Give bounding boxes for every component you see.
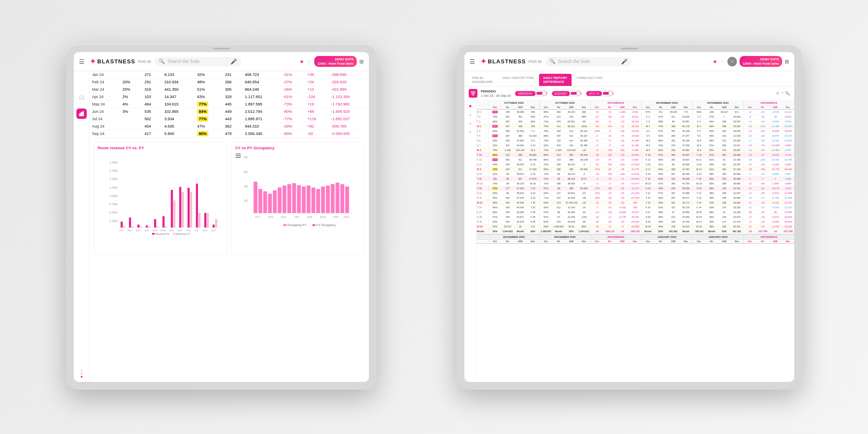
- svg-text:40: 40: [244, 184, 248, 188]
- svg-rect-90: [326, 186, 330, 213]
- right-sidebar: [464, 101, 477, 379]
- nov-2022-header: NOVEMBER 2022: [693, 101, 744, 105]
- svg-text:SEP: SEP: [211, 229, 216, 232]
- toggle-occ[interactable]: OCC %: [586, 91, 602, 96]
- tab-daily-report-pms[interactable]: DAILY REPORT PMS: [498, 74, 538, 86]
- col-headers: Occ Rn ADR Rev Occ Rn ADR Rev Occ: [477, 105, 794, 110]
- search-bar-left[interactable]: 🔍 Search the Suite 🎤: [155, 57, 241, 66]
- filter-sidebar-icon[interactable]: [469, 89, 477, 98]
- svg-text:APR: APR: [333, 215, 339, 218]
- oct-2022-header: OCTOBER 2022: [540, 101, 591, 105]
- occ-toggle[interactable]: OCC %: [585, 90, 614, 97]
- svg-text:DEC: DEC: [136, 229, 141, 232]
- svg-text:CY Occupancy: CY Occupancy: [316, 224, 336, 227]
- star-filled-right[interactable]: ★: [713, 59, 717, 65]
- svg-rect-84: [297, 185, 301, 213]
- oct22-cols: Occ Rn ADR Rev: [540, 105, 591, 109]
- left-main: Jan 24 271 8.133 32% 231 406.723 -31% +3…: [89, 71, 369, 382]
- grid-icon-left[interactable]: ⊞: [359, 59, 364, 65]
- star-outline-right[interactable]: ☆: [720, 59, 725, 65]
- tab-pms-dashboard[interactable]: PMS BIDASHBOARD: [468, 74, 497, 86]
- settings-icon[interactable]: ⚙: [776, 91, 779, 95]
- chart-menu-icon[interactable]: [235, 153, 241, 159]
- weekday-toggle-switch[interactable]: [536, 91, 547, 96]
- search-text-right: Search the Suite: [558, 59, 590, 64]
- occupancy-chart-svg: 80 60 40 20: [235, 153, 361, 240]
- star-filled-left[interactable]: ★: [299, 59, 304, 65]
- revenue-table-container[interactable]: Jan 24 271 8.133 32% 231 406.723 -31% +3…: [89, 71, 369, 138]
- left-logo: ✦ BLASTNESS PMS BI: [90, 57, 151, 66]
- tab-daily-report-diff[interactable]: DAILY REPORTDIFFERENCE: [539, 74, 572, 86]
- table-row: Jan 24 271 8.133 32% 231 406.723 -31% +3…: [89, 71, 369, 79]
- svg-text:60: 60: [244, 170, 248, 174]
- table-row: T 19 72%27747.520T 24 57%-8638950.693 -1…: [477, 186, 794, 191]
- svg-rect-23: [121, 222, 123, 227]
- revenue-table: Jan 24 271 8.133 32% 231 406.723 -31% +3…: [89, 71, 369, 138]
- table-row: S 21 53%9638.615S 22 63%14720.601+57 -27…: [477, 191, 794, 196]
- svg-rect-29: [146, 225, 148, 227]
- svg-rect-1: [80, 80, 83, 81]
- svg-rect-61: [173, 233, 175, 235]
- period-value: 1 Oct 23 - 30 Sep 24: [481, 94, 511, 98]
- svg-text:80: 80: [244, 155, 248, 159]
- right-data-area[interactable]: OCTOBER 2023 OCTOBER 2022 DIFFERENCE NOV…: [477, 101, 794, 379]
- table-row: Apr 24 2% 103 14.347 63% 329 1.117.651 -…: [89, 93, 369, 101]
- svg-text:NOV: NOV: [268, 215, 274, 218]
- svg-rect-40: [190, 192, 192, 227]
- sidebar-filter-icon[interactable]: [76, 76, 87, 86]
- table-row: T 24 56%43040.540T 25 63%41137.149-20 -7…: [477, 205, 794, 210]
- svg-rect-86: [307, 186, 311, 213]
- sidebar-dots: [81, 370, 82, 378]
- toggle-budget[interactable]: BUDGET: [552, 91, 570, 96]
- data-rows-container[interactable]: .dr { display:flex; border-bottom:1px so…: [477, 110, 794, 376]
- svg-rect-109: [472, 95, 474, 95]
- search-icon-toolbar[interactable]: 🔍: [785, 91, 790, 95]
- sidebar-chart-icon[interactable]: [76, 108, 87, 119]
- demo-badge-right: DEMO SUITE 12043 - Hotel Fuxia Sales: [740, 56, 782, 66]
- question-icon[interactable]: ?: [781, 91, 783, 95]
- right-toolbar: ⚙ ? 🔍: [776, 91, 790, 95]
- svg-text:Revenue CY: Revenue CY: [176, 233, 191, 235]
- mic-icon-right[interactable]: 🎤: [621, 59, 628, 65]
- svg-rect-87: [312, 187, 316, 213]
- table-row: W 1 98%267348348 79%41169.101+20% +19-14…: [477, 124, 794, 129]
- budget-toggle-switch[interactable]: [571, 91, 581, 96]
- table-row: S 22 55%40537.976S 23 71%14732.236+26 -2…: [477, 196, 794, 201]
- grid-icon-right[interactable]: ⊞: [785, 59, 789, 65]
- table-row: W 29 52%53.07230115 63%1.569.907W 3096% …: [477, 224, 794, 229]
- svg-text:FEB: FEB: [307, 215, 312, 218]
- svg-text:AUG: AUG: [203, 229, 207, 232]
- search-bar-right[interactable]: 🔍 Search the Suite 🎤: [545, 57, 632, 66]
- page-wrapper: ☰ ✦ BLASTNESS PMS BI 🔍 Search the Suite …: [0, 0, 868, 434]
- star-outline-left[interactable]: ☆: [307, 59, 312, 65]
- occ-toggle-switch[interactable]: [603, 91, 613, 96]
- logo-text-right: BLASTNESS: [488, 58, 526, 65]
- budget-toggle[interactable]: BUDGET: [551, 90, 582, 97]
- weekday-toggle[interactable]: WEEKDAY: [514, 90, 548, 97]
- svg-rect-39: [187, 188, 190, 228]
- menu-icon-right[interactable]: ☰: [470, 58, 475, 65]
- mic-icon-left[interactable]: 🎤: [230, 59, 237, 65]
- svg-text:APR: APR: [169, 229, 174, 232]
- svg-text:JUL: JUL: [195, 229, 199, 232]
- tab-forecast-pms[interactable]: FORECAST PMS: [572, 74, 607, 86]
- svg-rect-78: [268, 194, 272, 213]
- revenue-chart: Room revenue CY vs. PY 2.00M 1.75M 1.50M…: [94, 142, 227, 255]
- svg-rect-75: [253, 182, 257, 213]
- svg-rect-89: [321, 187, 325, 213]
- svg-rect-28: [140, 226, 142, 227]
- menu-icon-left[interactable]: ☰: [79, 58, 85, 65]
- svg-rect-41: [196, 184, 198, 227]
- svg-rect-45: [213, 225, 215, 228]
- logo-sub-left: PMS BI: [138, 59, 151, 64]
- svg-rect-30: [148, 226, 151, 227]
- diff-nov-header: DIFFERENCE: [744, 101, 795, 105]
- right-header: ☰ ✦ BLASTNESS PMS BI 🔍 Search the Suite …: [464, 52, 794, 71]
- svg-text:Revenue PY: Revenue PY: [155, 233, 170, 235]
- toggle-weekday[interactable]: WEEKDAY: [515, 91, 536, 96]
- svg-rect-0: [79, 79, 84, 80]
- sidebar-home-icon[interactable]: [76, 92, 87, 102]
- period-filter: PERIODO 1 Oct 23 - 30 Sep 24: [481, 89, 511, 98]
- right-tablet: ☰ ✦ BLASTNESS PMS BI 🔍 Search the Suite …: [457, 44, 802, 390]
- svg-rect-82: [287, 184, 291, 213]
